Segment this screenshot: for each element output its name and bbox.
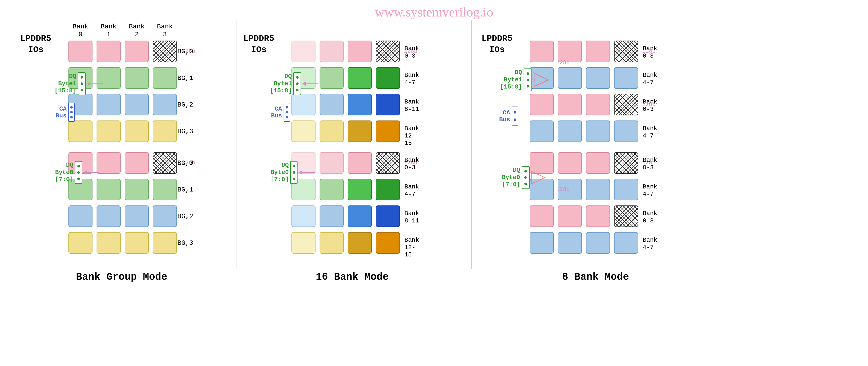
cell-8b-1-b1 <box>558 40 582 62</box>
cell-bg0-b2-top <box>125 40 149 62</box>
dq-byte0-io-1: DQ Byte0[7:0] <box>53 161 99 184</box>
grid-row-8b-7 <box>530 205 638 227</box>
grid-row-16b-3 <box>291 94 400 115</box>
cell-16b-2-b3 <box>376 67 400 89</box>
cell-16b-7-b1 <box>319 205 344 227</box>
cell-16b-3-b2 <box>348 94 372 115</box>
label-128b-dq0-3: 128b <box>556 187 570 193</box>
grid-row-bg3-bot <box>68 232 177 254</box>
bank-label-16b-8: Bank12-15 <box>404 237 419 258</box>
bank-label-16b-2: Bank4-7 <box>404 72 419 86</box>
cell-16b-3-b0 <box>291 94 315 115</box>
bank-label-8b-4: Bank4-7 <box>643 125 657 140</box>
ca-bus-io-2: CA Bus <box>269 103 290 122</box>
cell-16b-4-b3 <box>376 120 400 142</box>
cell-16b-1-b3 <box>376 40 400 62</box>
bank-header-3: Bank3 <box>153 23 177 38</box>
cell-bg0-b2-bot <box>125 152 149 174</box>
cell-16b-4-b2 <box>348 120 372 142</box>
label-128b-dq1-3: 128b <box>556 60 570 66</box>
cell-16b-4-b0 <box>291 120 315 142</box>
bank-label-8b-6: Bank4-7 <box>643 184 657 198</box>
cell-bg3-b2-top <box>125 120 149 142</box>
bank-label-8b-1: Bank0-3 <box>643 45 657 60</box>
cell-bg3-b1-top <box>97 120 121 142</box>
cell-8b-2-b2 <box>586 67 610 89</box>
row-label-bg2-top: BG,2 <box>177 101 193 109</box>
section-label-1: Bank Group Mode <box>33 272 210 283</box>
cell-16b-5-b2 <box>348 152 372 174</box>
dq-byte1-io-2: DQ Byte1[15:8] <box>269 72 318 95</box>
bank-label-16b-5: Bank0-3 <box>404 157 419 171</box>
cell-8b-4-b3 <box>614 120 638 142</box>
cell-16b-8-b2 <box>348 232 372 254</box>
dq-byte1-label-3: DQ Byte1[15:8] <box>497 69 522 91</box>
cell-bg1-b1-bot <box>97 179 121 200</box>
cell-bg0-b0-top <box>68 40 93 62</box>
cell-bg2-b2-bot <box>125 205 149 227</box>
divider-1 <box>236 20 237 269</box>
bank-label-16b-1: Bank0-3 <box>404 45 419 60</box>
grid-row-bg2-bot <box>68 205 177 227</box>
cell-bg2-b2-top <box>125 94 149 115</box>
cell-8b-1-b3 <box>614 40 638 62</box>
lpddr5-ios-label-3: LPDDR5IOs <box>482 33 513 55</box>
dq-byte0-io-2: DQ Byte0[7:0] <box>269 161 315 184</box>
svg-marker-3 <box>532 171 545 184</box>
row-label-bg3-top: BG,3 <box>177 128 193 135</box>
cell-bg2-b3-top <box>153 94 177 115</box>
cell-8b-5-b3 <box>614 152 638 174</box>
io-box-dq1-2 <box>293 72 301 95</box>
dq-byte1-label-2: DQ Byte1[15:8] <box>269 73 292 94</box>
cell-8b-5-b1 <box>558 152 582 174</box>
ca-bus-label-2: CA Bus <box>269 106 282 119</box>
cell-8b-7-b0 <box>530 205 554 227</box>
cell-bg2-b0-bot <box>68 205 93 227</box>
cell-16b-7-b2 <box>348 205 372 227</box>
bank-header-1: Bank1 <box>97 23 121 38</box>
lpddr5-ios-label-1: LPDDR5IOs <box>20 33 51 55</box>
cell-bg1-b2-bot <box>125 179 149 200</box>
bank-label-8b-7: Bank0-3 <box>643 210 657 225</box>
ca-bus-io-1: CA Bus <box>53 103 75 122</box>
bank-label-8b-3: Bank0-3 <box>643 98 657 113</box>
row-label-bg2-bot: BG,2 <box>177 213 193 220</box>
cell-16b-2-b1 <box>319 67 344 89</box>
bank-label-8b-8: Bank4-7 <box>643 237 657 251</box>
bank-label-16b-4: Bank12-15 <box>404 125 419 147</box>
dq-byte0-label-3: DQ Byte0[7:0] <box>497 167 520 189</box>
cell-bg3-b3-bot <box>153 232 177 254</box>
cell-16b-5-b1 <box>319 152 344 174</box>
grid-row-16b-4 <box>291 120 400 142</box>
cell-bg1-b2-top <box>125 67 149 89</box>
grid-row-bg0-top: 128b <box>68 40 195 62</box>
grid-row-bg3-top <box>68 120 177 142</box>
cell-16b-7-b3 <box>376 205 400 227</box>
section-label-2: 16 Bank Mode <box>256 272 448 283</box>
grid-row-8b-4 <box>530 120 638 142</box>
cell-16b-1-b0 <box>291 40 315 62</box>
cell-bg3-b2-bot <box>125 232 149 254</box>
cell-bg0-b3-bot <box>153 152 177 174</box>
cell-bg1-b3-top <box>153 67 177 89</box>
cell-8b-1-b2 <box>586 40 610 62</box>
row-label-bg1-bot: BG,1 <box>177 186 193 194</box>
io-box-dq1-3 <box>524 68 532 91</box>
ca-bus-label-1: CA Bus <box>53 106 67 119</box>
cell-8b-8-b3 <box>614 232 638 254</box>
cell-8b-3-b0 <box>530 94 554 115</box>
cell-8b-3-b3 <box>614 94 638 115</box>
cell-8b-7-b3 <box>614 205 638 227</box>
cell-16b-4-b1 <box>319 120 344 142</box>
cell-16b-3-b3 <box>376 94 400 115</box>
io-box-dq0-1 <box>75 161 82 184</box>
cell-8b-4-b2 <box>586 120 610 142</box>
bank-headers-1: Bank0 Bank1 Bank2 Bank3 <box>68 23 177 38</box>
triangle-dq1-3 <box>533 70 551 90</box>
bank-label-16b-3: Bank8-11 <box>404 98 419 113</box>
dq-byte1-io-1: DQ Byte1[15:8] <box>53 72 103 95</box>
cell-bg2-b3-bot <box>153 205 177 227</box>
cell-8b-8-b2 <box>586 232 610 254</box>
grid-row-8b-3: 128b <box>530 94 656 115</box>
cell-16b-2-b2 <box>348 67 372 89</box>
